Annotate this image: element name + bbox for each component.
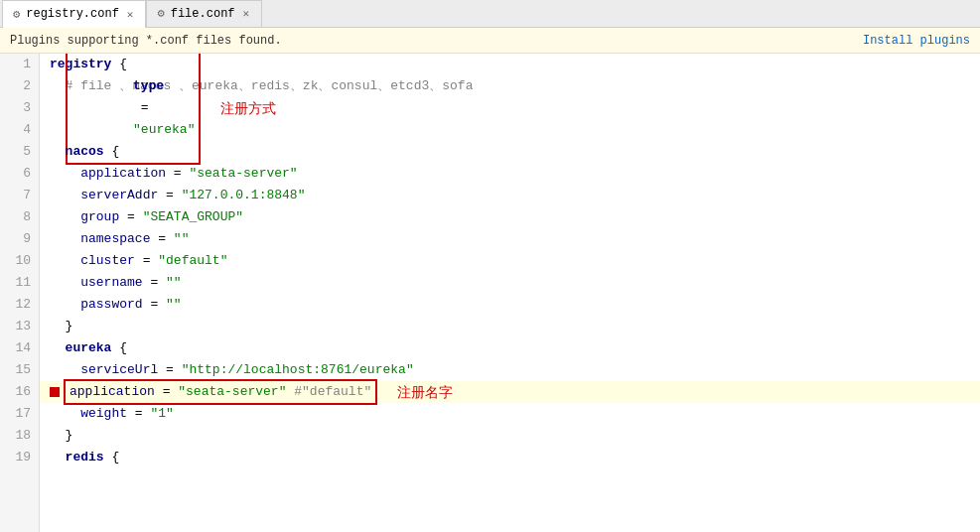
code-line-15: serviceUrl = "http://localhost:8761/eure…: [40, 359, 980, 381]
line-num-18: 18: [8, 425, 31, 447]
install-plugins-link[interactable]: Install plugins: [863, 34, 970, 48]
line-num-1: 1: [8, 54, 31, 75]
code-line-14: eureka {: [40, 337, 980, 359]
line-num-9: 9: [8, 228, 31, 250]
code-line-12: password = "": [40, 294, 980, 316]
line-num-12: 12: [8, 294, 31, 316]
tab-file-conf[interactable]: ⚙ file.conf ✕: [146, 0, 262, 28]
tab-registry-conf[interactable]: ⚙ registry.conf ✕: [2, 0, 146, 28]
line-num-2: 2: [8, 75, 31, 97]
file-conf-icon: ⚙: [157, 6, 164, 21]
line-num-17: 17: [8, 403, 31, 425]
line-num-10: 10: [8, 250, 31, 272]
code-line-6: application = "seata-server": [40, 163, 980, 185]
line-num-5: 5: [8, 141, 31, 163]
tab-registry-conf-close[interactable]: ✕: [125, 8, 136, 21]
line-num-14: 14: [8, 337, 31, 359]
app-highlighted: application = "seata-server" #"default": [64, 379, 377, 405]
line-num-15: 15: [8, 359, 31, 381]
registry-conf-icon: ⚙: [13, 7, 20, 22]
line-num-4: 4: [8, 119, 31, 141]
plugin-bar: Plugins supporting *.conf files found. I…: [0, 28, 980, 54]
code-line-17: weight = "1": [40, 403, 980, 425]
plugin-bar-message: Plugins supporting *.conf files found.: [10, 34, 282, 48]
tab-file-conf-label: file.conf: [171, 7, 235, 21]
app-annotation: 注册名字: [397, 381, 453, 403]
tab-bar: ⚙ registry.conf ✕ ⚙ file.conf ✕: [0, 0, 980, 28]
code-line-7: serverAddr = "127.0.0.1:8848": [40, 185, 980, 206]
code-line-18: }: [40, 425, 980, 447]
code-line-11: username = "": [40, 272, 980, 294]
code-line-19: redis {: [40, 447, 980, 468]
line-num-8: 8: [8, 206, 31, 228]
code-line-13: }: [40, 316, 980, 337]
code-line-3: type = "eureka" 注册方式: [40, 97, 980, 119]
code-content[interactable]: registry { # file 、nacos 、eureka、redis、z…: [40, 54, 980, 532]
line-num-11: 11: [8, 272, 31, 294]
line-num-16: 16: [8, 381, 31, 403]
code-line-9: namespace = "": [40, 228, 980, 250]
line-num-19: 19: [8, 447, 31, 468]
editor: 1 2 3 4 5 6 7 8 9 10 11 12 13 14 15 16 1…: [0, 54, 980, 532]
line-num-3: 3: [8, 97, 31, 119]
code-line-8: group = "SEATA_GROUP": [40, 206, 980, 228]
line-indicator: [50, 387, 60, 397]
line-num-6: 6: [8, 163, 31, 185]
tab-registry-conf-label: registry.conf: [26, 7, 119, 21]
line-numbers: 1 2 3 4 5 6 7 8 9 10 11 12 13 14 15 16 1…: [0, 54, 40, 532]
tab-file-conf-close[interactable]: ✕: [241, 7, 252, 20]
code-line-16: application = "seata-server" #"default" …: [40, 381, 980, 403]
type-annotation: 注册方式: [220, 97, 276, 119]
line-num-13: 13: [8, 316, 31, 337]
line-num-7: 7: [8, 185, 31, 206]
code-line-10: cluster = "default": [40, 250, 980, 272]
